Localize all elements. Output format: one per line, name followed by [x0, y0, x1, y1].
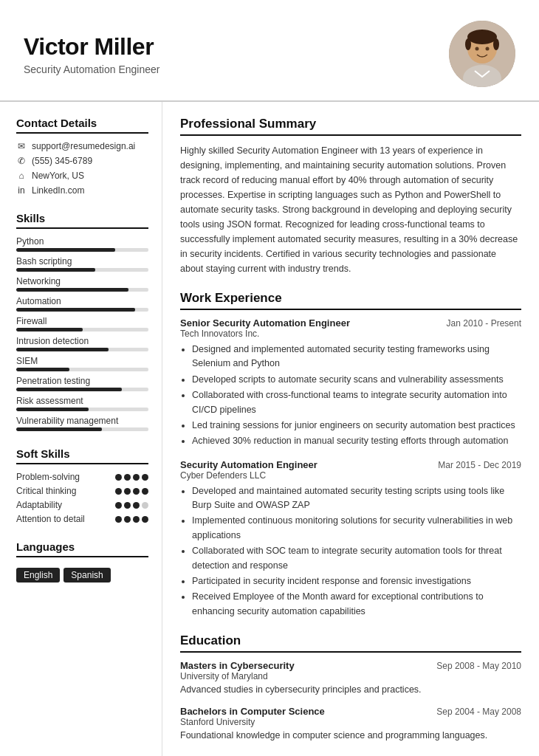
- dot: [115, 516, 122, 523]
- content-area: Professional Summary Highly skilled Secu…: [162, 102, 539, 756]
- job-company: Cyber Defenders LLC: [180, 470, 521, 481]
- skill-bar-bg: [16, 248, 148, 252]
- skill-item: Intrusion detection: [16, 336, 148, 351]
- dots: [115, 488, 148, 495]
- header-info: Victor Miller Security Automation Engine…: [24, 33, 159, 75]
- email-icon: ✉: [16, 141, 27, 151]
- sidebar: Contact Details ✉ support@resumedesign.a…: [0, 102, 162, 756]
- svg-point-3: [467, 30, 497, 44]
- linkedin-icon: in: [16, 185, 27, 196]
- education-section: Education Masters in Cybersecurity Sep 2…: [180, 633, 521, 743]
- soft-skills-section: Soft Skills Problem-solvingCritical thin…: [16, 447, 148, 524]
- skill-bar-fill: [16, 368, 69, 371]
- skill-item: Bash scripting: [16, 256, 148, 272]
- education-item: Bachelors in Computer Science Sep 2004 -…: [180, 706, 521, 743]
- avatar: [449, 21, 515, 87]
- edu-header: Masters in Cybersecurity Sep 2008 - May …: [180, 660, 521, 671]
- dot: [133, 502, 140, 509]
- dot: [142, 502, 148, 509]
- job-bullet: Collaborated with SOC team to integrate …: [192, 544, 521, 573]
- edu-degree: Masters in Cybersecurity: [180, 660, 295, 671]
- contact-section-title: Contact Details: [16, 117, 148, 134]
- edu-school: University of Maryland: [180, 671, 521, 681]
- skill-label: Bash scripting: [16, 256, 148, 267]
- skill-label: SIEM: [16, 356, 148, 366]
- soft-skill-item: Attention to detail: [16, 514, 148, 524]
- job-header: Senior Security Automation Engineer Jan …: [180, 317, 521, 329]
- svg-point-7: [486, 47, 490, 51]
- dots: [115, 516, 148, 523]
- education-title: Education: [180, 633, 521, 653]
- dot: [133, 474, 140, 481]
- soft-skill-item: Critical thinking: [16, 486, 148, 496]
- skills-list: Python Bash scripting Networking Automat…: [16, 236, 148, 431]
- skill-item: Automation: [16, 296, 148, 312]
- job-title: Senior Security Automation Engineer: [180, 317, 350, 329]
- skill-item: SIEM: [16, 356, 148, 371]
- soft-skills-list: Problem-solvingCritical thinkingAdaptabi…: [16, 472, 148, 524]
- dot: [142, 488, 148, 495]
- job-dates: Jan 2010 - Present: [447, 318, 521, 329]
- work-experience-section: Work Experience Senior Security Automati…: [180, 291, 521, 619]
- job-bullet: Developed and maintained automated secur…: [192, 484, 521, 513]
- skill-bar-fill: [16, 388, 122, 391]
- education-list: Masters in Cybersecurity Sep 2008 - May …: [180, 660, 521, 743]
- soft-skill-item: Adaptability: [16, 500, 148, 510]
- skill-label: Intrusion detection: [16, 336, 148, 346]
- job-bullets: Designed and implemented automated secur…: [180, 343, 521, 449]
- skill-bar-bg: [16, 328, 148, 331]
- dots: [115, 502, 148, 509]
- edu-dates: Sep 2004 - May 2008: [436, 707, 521, 717]
- job-bullets: Developed and maintained automated secur…: [180, 484, 521, 619]
- soft-skill-label: Attention to detail: [16, 514, 115, 524]
- skill-bar-fill: [16, 348, 109, 351]
- contact-linkedin: in LinkedIn.com: [16, 185, 148, 196]
- skills-section-title: Skills: [16, 212, 148, 229]
- location-icon: ⌂: [16, 171, 27, 181]
- skill-label: Firewall: [16, 316, 148, 326]
- skill-bar-fill: [16, 408, 89, 411]
- job-item: Security Automation Engineer Mar 2015 - …: [180, 459, 521, 619]
- job-bullet: Developed scripts to automate security s…: [192, 373, 521, 387]
- dot: [142, 516, 148, 523]
- skill-bar-bg: [16, 368, 148, 371]
- dot: [133, 488, 140, 495]
- languages-title: Languages: [16, 540, 148, 557]
- job-bullet: Collaborated with cross-functional teams…: [192, 388, 521, 417]
- contact-email: ✉ support@resumedesign.ai: [16, 141, 148, 151]
- work-experience-title: Work Experience: [180, 291, 521, 310]
- skill-bar-bg: [16, 408, 148, 411]
- dot: [124, 502, 131, 509]
- edu-dates: Sep 2008 - May 2010: [436, 661, 521, 671]
- dot: [115, 474, 122, 481]
- contact-section: Contact Details ✉ support@resumedesign.a…: [16, 117, 148, 196]
- skill-item: Penetration testing: [16, 376, 148, 391]
- skill-bar-bg: [16, 288, 148, 292]
- dots: [115, 474, 148, 481]
- main-layout: Contact Details ✉ support@resumedesign.a…: [0, 102, 539, 756]
- job-bullet: Received Employee of the Month award for…: [192, 590, 521, 619]
- skill-label: Python: [16, 236, 148, 247]
- soft-skill-label: Problem-solving: [16, 472, 115, 482]
- skill-item: Networking: [16, 276, 148, 292]
- skill-item: Risk assessment: [16, 396, 148, 411]
- skill-bar-bg: [16, 308, 148, 312]
- education-item: Masters in Cybersecurity Sep 2008 - May …: [180, 660, 521, 697]
- skill-label: Vulnerability management: [16, 416, 148, 426]
- job-company: Tech Innovators Inc.: [180, 329, 521, 339]
- job-bullet: Led training sessions for junior enginee…: [192, 419, 521, 433]
- edu-header: Bachelors in Computer Science Sep 2004 -…: [180, 706, 521, 717]
- soft-skills-title: Soft Skills: [16, 447, 148, 464]
- dot: [115, 488, 122, 495]
- candidate-title: Security Automation Engineer: [24, 63, 159, 75]
- skill-bar-bg: [16, 388, 148, 391]
- soft-skill-item: Problem-solving: [16, 472, 148, 482]
- job-dates: Mar 2015 - Dec 2019: [438, 460, 521, 470]
- dot: [133, 516, 140, 523]
- skills-section: Skills Python Bash scripting Networking …: [16, 212, 148, 431]
- summary-text: Highly skilled Security Automation Engin…: [180, 143, 521, 276]
- skill-bar-bg: [16, 268, 148, 272]
- languages-list: EnglishSpanish: [16, 565, 148, 583]
- soft-skill-label: Adaptability: [16, 500, 115, 510]
- edu-degree: Bachelors in Computer Science: [180, 706, 325, 717]
